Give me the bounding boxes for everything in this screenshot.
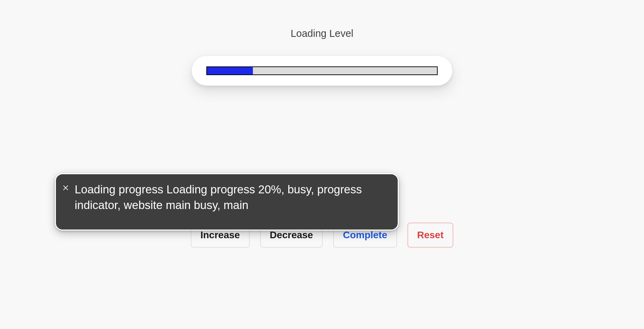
progress-bar xyxy=(206,66,438,75)
page-title: Loading Level xyxy=(291,28,354,39)
accessibility-tooltip: Loading progress Loading progress 20%, b… xyxy=(55,173,399,231)
reset-button[interactable]: Reset xyxy=(407,223,453,248)
progress-fill xyxy=(207,67,253,74)
close-icon[interactable] xyxy=(62,180,69,188)
progress-card xyxy=(192,56,452,86)
main-container: Loading Level xyxy=(0,0,644,86)
tooltip-text: Loading progress Loading progress 20%, b… xyxy=(75,182,387,213)
